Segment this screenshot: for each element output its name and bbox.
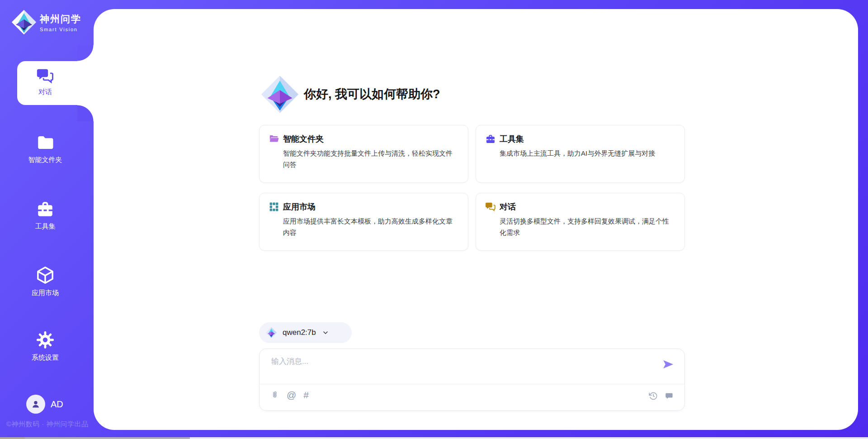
brand: 神州问学 Smart Vision: [11, 9, 81, 35]
gear-icon: [35, 330, 55, 350]
send-button[interactable]: [662, 358, 675, 371]
card-smart-folder[interactable]: 智能文件夹 智能文件夹功能支持批量文件上传与清洗，轻松实现文件问答: [259, 125, 468, 183]
history-icon: [649, 391, 658, 401]
sidebar-item-label: 工具集: [35, 222, 56, 231]
message-input[interactable]: 输入消息...: [271, 356, 642, 367]
card-description: 智能文件夹功能支持批量文件上传与清洗，轻松实现文件问答: [283, 148, 453, 170]
card-toolset[interactable]: 工具集 集成市场上主流工具，助力AI与外界无缝扩展与对接: [476, 125, 685, 183]
tab-fillet-bottom: [77, 105, 94, 121]
sidebar-item-settings[interactable]: 系统设置: [9, 330, 81, 362]
attachment-icon: [270, 391, 279, 400]
sidebar-item-label: 智能文件夹: [28, 156, 62, 164]
brand-subtitle: Smart Vision: [40, 27, 81, 32]
scrollbar-edge-stub: [0, 437, 25, 439]
card-description: 应用市场提供丰富长文本模板，助力高效生成多样化文章内容: [283, 215, 453, 238]
greeting-text: 你好, 我可以如何帮助你?: [304, 86, 440, 102]
greeting-gem-diamond-icon: [260, 73, 300, 115]
feedback-icon: [665, 391, 674, 401]
model-gem-diamond-icon: [265, 327, 277, 339]
card-app-market[interactable]: 应用市场 应用市场提供丰富长文本模板，助力高效生成多样化文章内容: [259, 193, 468, 251]
card-title: 对话: [500, 201, 516, 212]
chat-bubbles-icon: [485, 201, 496, 212]
history-button[interactable]: [649, 391, 658, 401]
attachment-button[interactable]: [270, 391, 279, 400]
tab-fillet-top: [77, 45, 94, 61]
sidebar-item-toolset[interactable]: 工具集: [9, 200, 81, 231]
sidebar-item-label: 系统设置: [32, 353, 59, 362]
brand-gem-diamond-icon: [11, 9, 37, 35]
card-title: 工具集: [500, 134, 524, 144]
card-title: 智能文件夹: [283, 134, 324, 144]
card-chat[interactable]: 对话 灵活切换多模型文件，支持多样回复效果调试，满足个性化需求: [476, 193, 685, 251]
card-description: 灵活切换多模型文件，支持多样回复效果调试，满足个性化需求: [500, 215, 670, 238]
cube-icon: [35, 265, 55, 285]
topic-icon[interactable]: #: [303, 391, 309, 400]
mention-icon[interactable]: @: [287, 391, 296, 400]
model-name: qwen2:7b: [283, 328, 316, 337]
chat-bubbles-icon: [36, 67, 54, 85]
person-icon: [30, 398, 42, 410]
folder-open-icon: [269, 134, 279, 144]
grid-icon: [269, 201, 279, 212]
sidebar-item-smart-folder[interactable]: 智能文件夹: [9, 133, 81, 164]
horizontal-scrollbar-thumb[interactable]: [25, 437, 190, 439]
app-frame: 神州问学 Smart Vision 对话 智能文件夹 工具集: [0, 0, 868, 439]
user-avatar[interactable]: [26, 395, 45, 414]
brand-name: 神州问学: [40, 13, 81, 25]
composer-divider: [259, 384, 684, 384]
card-title: 应用市场: [283, 201, 316, 212]
sidebar-item-chat[interactable]: 对话: [17, 61, 94, 105]
model-selector[interactable]: qwen2:7b: [259, 322, 352, 343]
send-icon: [662, 358, 675, 371]
folder-icon: [36, 133, 55, 152]
toolbox-icon: [36, 200, 55, 219]
sidebar-item-app-market[interactable]: 应用市场: [9, 265, 81, 297]
card-description: 集成市场上主流工具，助力AI与外界无缝扩展与对接: [500, 148, 670, 159]
chevron-down-icon: [322, 329, 329, 336]
sidebar-item-label: 应用市场: [32, 289, 59, 297]
sidebar-footer: ©神州数码 · 神州问学出品: [6, 420, 88, 429]
toolbox-icon: [485, 134, 496, 144]
message-composer: 输入消息... @ #: [259, 348, 685, 411]
feedback-button[interactable]: [665, 391, 674, 401]
sidebar-item-label: 对话: [38, 88, 52, 96]
user-initials: AD: [51, 399, 63, 410]
